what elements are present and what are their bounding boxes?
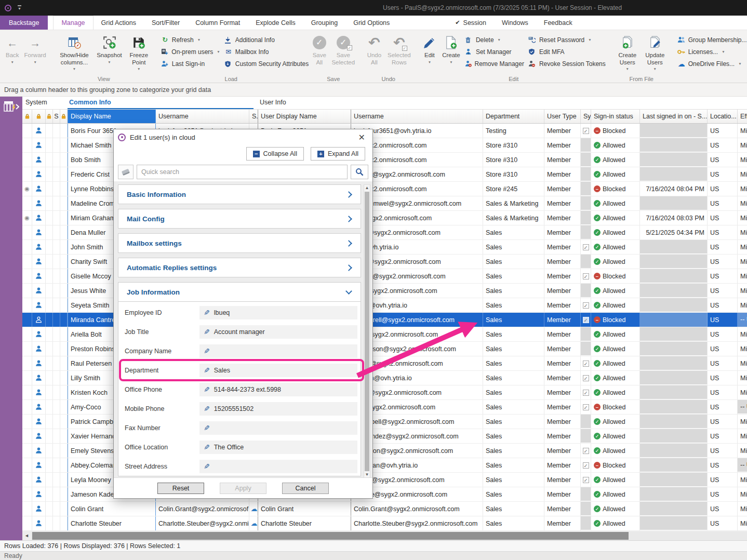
search-button[interactable] [351,165,368,179]
section-basic-information[interactable]: Basic Information [118,184,361,204]
tab-feedback[interactable]: Feedback [536,16,580,30]
column-header-username2[interactable]: Username [351,110,483,123]
field-value[interactable]: ✎15205551502 [199,402,357,416]
tab-grid-actions[interactable]: Grid Actions [94,16,144,30]
section-mailbox-settings[interactable]: Mailbox settings [118,233,361,253]
close-icon[interactable]: ✕ [355,132,368,142]
column-header-signin[interactable]: Sign-in status [591,110,640,123]
grouping-zone[interactable]: Drag a column header to this grouping zo… [0,83,747,97]
scroll-down-icon[interactable]: ▼ [365,472,369,477]
scrollbar-thumb[interactable] [32,532,629,540]
user-icon [35,229,43,236]
column-header-sync[interactable]: Sy... [581,110,591,123]
save-all-button[interactable]: ✓ Save All [310,32,329,66]
collapse-all-button[interactable]: −Collapse All [246,147,304,161]
field-value[interactable]: ✎514-844-2373 ext.5998 [199,383,357,396]
field-value[interactable]: ✎lbueq [199,306,357,319]
dialog-scroll-thumb[interactable] [365,192,369,471]
refresh-button[interactable]: ↻Refresh▼ [159,34,222,46]
back-button[interactable]: ← Back▼ [3,32,22,64]
column-header-system[interactable] [60,110,68,123]
band-header: System Common Info User Info [22,97,747,109]
apply-button[interactable]: Apply [220,483,266,494]
create-users-button[interactable]: Create Users▼ [614,32,641,71]
column-header-department[interactable]: Department [483,110,544,123]
column-header-last[interactable]: Last signed in on - S... [640,110,708,123]
field-value[interactable]: ✎ [199,344,357,358]
tab-grouping[interactable]: Grouping [303,16,345,30]
scrollbar-track[interactable] [31,531,747,540]
tab-sort-filter[interactable]: Sort/Filter [144,16,188,30]
band-common-info[interactable]: Common Info [68,97,254,109]
expand-all-button[interactable]: +Expand All [311,147,365,161]
column-header-username[interactable]: Username [156,110,249,123]
quick-search-input[interactable] [137,165,348,179]
mailbox-info-button[interactable]: ✉Mailbox Info [222,46,311,58]
scroll-left-icon[interactable]: ◄ [22,531,31,540]
dialog-scrollbar[interactable]: ▲ ▼ [364,184,370,477]
band-user-info[interactable]: User Info [260,99,286,106]
tab-manage[interactable]: Manage [53,16,93,30]
snapshot-button[interactable]: Snapshot▼ [94,32,125,64]
column-header-system[interactable] [22,110,32,123]
column-header-system[interactable] [32,110,46,123]
scroll-up-icon[interactable]: ▲ [365,185,369,191]
show-hide-columns-button[interactable]: Show/Hide columns...▼ [55,32,94,71]
delete-button[interactable]: Delete▼ [463,34,526,46]
cell-signin-status: ✓Allowed [591,415,640,429]
revoke-session-tokens-button[interactable]: Revoke Session Tokens [526,58,608,70]
forward-button[interactable]: → Forward▼ [22,32,49,64]
grid-tools-icon[interactable] [4,100,19,113]
clear-search-button[interactable] [118,165,134,179]
tab-windows[interactable]: Windows [494,16,536,30]
horizontal-scrollbar[interactable]: ◄ [22,531,747,540]
field-value[interactable]: ✎Sales [199,364,357,377]
set-manager-button[interactable]: Set Manager [463,46,526,58]
on-prem-users-button[interactable]: On-prem users▼ [159,46,222,58]
freeze-point-button[interactable]: Freeze Point▼ [125,32,153,71]
remove-manager-button[interactable]: Remove Manager [463,58,526,70]
tab-column-format[interactable]: Column Format [188,16,248,30]
create-button[interactable]: Create▼ [439,32,463,64]
additional-info-button[interactable]: Additional Info [222,34,311,46]
section-mail-config[interactable]: Mail Config [118,209,361,229]
update-users-button[interactable]: Update Users▼ [641,32,669,71]
section-job-information[interactable]: Job Information [118,282,361,302]
table-row[interactable]: Charlotte SteuberCharlotte.Steuber@sygx2… [22,516,747,531]
column-header-location[interactable]: Locatio... [708,110,738,123]
licenses-button[interactable]: Licenses...▼ [675,46,747,58]
quick-access-dropdown-icon[interactable]: ▼ [18,5,21,10]
custom-security-attributes-button[interactable]: Custom Security Attributes [222,58,311,70]
reset-password-button[interactable]: **Reset Password▼ [526,34,608,46]
column-header-system[interactable]: S [53,110,60,123]
tab-session[interactable]: ✔Session [447,16,494,30]
edit-mfa-button[interactable]: Edit MFA [526,46,608,58]
undo-selected-rows-button[interactable]: ↶✓ Selected Rows [385,32,413,66]
cancel-button[interactable]: Cancel [282,483,329,494]
field-value[interactable]: ✎ [199,460,357,473]
column-header-display[interactable]: Display Name [68,110,156,123]
tab-explode-cells[interactable]: Explode Cells [248,16,303,30]
column-header-user-type[interactable]: User Type [544,110,581,123]
cell-location: US [708,298,738,312]
onedrive-files-button[interactable]: ☁OneDrive Files...▼ [675,58,747,70]
group-membership-button[interactable]: Group Membership...▼ [675,34,747,46]
column-header-effective[interactable]: Effe... [738,110,747,123]
table-row[interactable]: Colin GrantColin.Grant@sygx2.onmicrosof☁… [22,502,747,516]
band-system[interactable]: System [25,99,47,106]
cell-system [53,196,60,210]
tab-backstage[interactable]: Backstage [0,16,48,30]
last-sign-in-button[interactable]: Last Sign-in [159,58,222,70]
undo-all-button[interactable]: ↶ Undo All [364,32,385,66]
column-header-user-display[interactable]: User Display Name [258,110,351,123]
column-header-sflag[interactable]: S... [249,110,258,123]
field-value[interactable]: ✎ [199,421,357,435]
save-selected-button[interactable]: ✓✓ Save Selected [329,32,357,66]
edit-button[interactable]: Edit▼ [420,32,439,64]
field-value[interactable]: ✎The Office [199,441,357,454]
field-value[interactable]: ✎Account manager [199,325,357,339]
section-automatic-replies-settings[interactable]: Automatic Replies settings [118,258,361,277]
reset-button[interactable]: Reset [157,483,204,494]
tab-grid-options[interactable]: Grid Options [345,16,397,30]
column-header-system[interactable] [46,110,53,123]
